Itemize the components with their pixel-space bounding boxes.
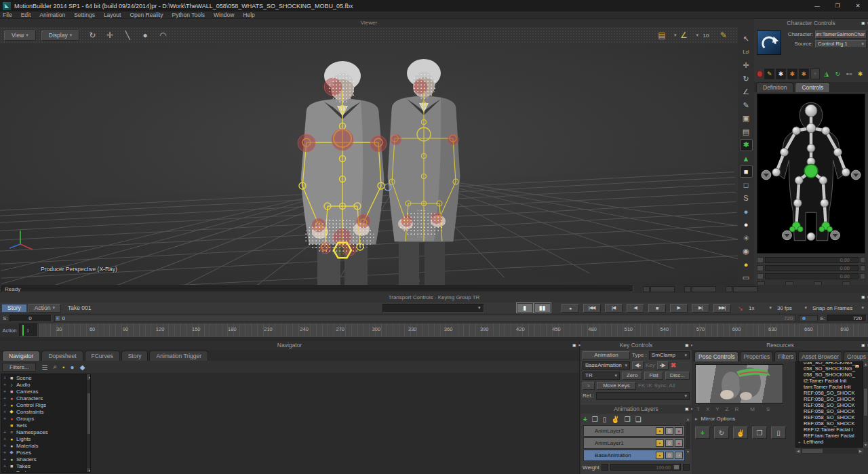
pose-item[interactable]: □REF:058_SO_SHOCK: [796, 402, 863, 408]
menu-animation[interactable]: Animation: [39, 12, 65, 18]
local-global-toggle[interactable]: Lcl: [740, 46, 753, 59]
toggle-scale[interactable]: S: [766, 406, 770, 412]
menu-file[interactable]: File: [3, 12, 12, 18]
expand-icon[interactable]: +: [3, 389, 8, 394]
pose-item[interactable]: □REF:058_SO_SHOCK: [796, 390, 863, 396]
expand-icon[interactable]: ▸: [695, 416, 698, 422]
ik-toggle[interactable]: IK: [647, 382, 652, 389]
frame-counter-icon[interactable]: 10: [698, 29, 713, 41]
pose-item[interactable]: □tam:Tamer Facial Init: [796, 384, 863, 390]
toggle-x[interactable]: X: [706, 406, 709, 412]
timeline-slider[interactable]: 0 720: [54, 315, 797, 322]
lock-filter-icon[interactable]: ▪: [62, 363, 65, 371]
mute-toggle[interactable]: ●: [675, 439, 683, 447]
filter-list-icon[interactable]: ☰: [41, 363, 47, 371]
expand-icon[interactable]: +: [3, 457, 8, 462]
timeline-zoom-slider[interactable]: [799, 315, 818, 321]
annotate-pencil-icon[interactable]: ✎: [716, 29, 731, 41]
render-icon[interactable]: ▤: [740, 125, 753, 138]
tab-story[interactable]: Story: [121, 351, 149, 361]
layer-row-animlayer1[interactable]: AnimLayer1 ▪ 0 ●: [583, 437, 685, 449]
camera-icon[interactable]: ▣: [740, 112, 753, 125]
character-rep-icon[interactable]: ✱: [855, 68, 865, 79]
expand-icon[interactable]: +: [3, 410, 8, 414]
expand-icon[interactable]: +: [3, 376, 8, 380]
tree-item-control-rigs[interactable]: +●Control Rigs: [2, 401, 90, 408]
sphere-blue-icon[interactable]: ●: [740, 205, 753, 218]
filters-button[interactable]: Filters...: [2, 363, 36, 372]
reach-spinner-2[interactable]: [860, 265, 865, 271]
expand-icon[interactable]: +: [3, 471, 8, 473]
copy-layer-button[interactable]: ❐: [625, 416, 631, 423]
toggle-rotate[interactable]: R: [734, 406, 738, 412]
keying-group-dropdown[interactable]: BaseAnimation▾: [583, 361, 630, 370]
find-icon[interactable]: ⌕: [53, 363, 57, 371]
tab-controls[interactable]: Controls: [795, 82, 830, 92]
fps-select[interactable]: 30 fps▾: [774, 304, 810, 313]
link-icon[interactable]: ⊷: [844, 68, 854, 79]
playback-speed-select[interactable]: 1x▾: [746, 304, 774, 313]
menu-layout[interactable]: Layout: [104, 12, 121, 18]
scroll-thumb[interactable]: [802, 449, 823, 453]
pin-icon[interactable]: ▣: [685, 405, 689, 414]
cube-wire-icon[interactable]: □: [740, 178, 753, 191]
scroll-thumb[interactable]: [87, 393, 91, 434]
pose-item[interactable]: □REF:058_SO_SHOCK: [796, 420, 863, 427]
reach-toggle-2[interactable]: [757, 265, 764, 271]
reference-select[interactable]: ▾: [596, 392, 690, 400]
refresh-pose-button[interactable]: ↻: [714, 427, 729, 439]
tab-properties[interactable]: Properties: [740, 351, 773, 361]
pose-list-hscrollbar[interactable]: ◀ ▶: [795, 448, 863, 454]
scroll-up-icon[interactable]: ▲: [686, 416, 690, 422]
create-pose-button[interactable]: +: [695, 427, 710, 439]
toggle-z[interactable]: Z: [726, 406, 729, 412]
tab-filters[interactable]: Filters: [774, 351, 797, 361]
animation-mode-button[interactable]: Animation: [583, 351, 630, 359]
reach-slider-3[interactable]: 0.00: [765, 273, 859, 279]
tree-item-materials[interactable]: +●Materials: [2, 442, 90, 449]
hand-tool-button[interactable]: ✌: [611, 416, 619, 423]
step-forward-button[interactable]: ▶|: [692, 304, 709, 313]
scroll-up-icon[interactable]: ▲: [87, 374, 91, 380]
keying-group-select[interactable]: ▾: [382, 304, 484, 313]
weight-spinner[interactable]: [683, 464, 690, 471]
orbit-tool-icon[interactable]: ↻: [85, 29, 100, 41]
tree-item-groups[interactable]: +●Groups: [2, 415, 90, 422]
playhead-handle[interactable]: [56, 317, 58, 319]
tree-item-lights[interactable]: +●Lights: [2, 435, 90, 442]
snap-mode-select[interactable]: Snap on Frames▾: [810, 304, 867, 313]
pose-item[interactable]: □058_SO_SHOCKING_: [796, 366, 863, 372]
reach-slider-1[interactable]: 0.00: [765, 257, 859, 263]
ghost-toggle[interactable]: 0: [665, 439, 673, 447]
current-frame-cell[interactable]: 1: [19, 323, 38, 337]
lock-icon[interactable]: ▪: [656, 427, 664, 435]
play-button[interactable]: ▶: [670, 304, 688, 313]
layer-row-animlayer3[interactable]: AnimLayer3 ▪ 0 ●: [583, 425, 685, 437]
scale-tool-icon[interactable]: ∠: [740, 85, 753, 98]
go-to-start-button[interactable]: |◀◀: [583, 304, 601, 313]
tree-item-shaders[interactable]: +●Shaders: [2, 456, 90, 462]
scroll-down-icon[interactable]: ▼: [686, 449, 690, 454]
split-view-toggle[interactable]: ▮▮: [534, 303, 551, 313]
marker-icon[interactable]: ✳: [740, 232, 753, 245]
pin-icon[interactable]: ▣: [685, 341, 689, 350]
asset-drop-icon[interactable]: ▲: [740, 152, 753, 165]
pin-icon[interactable]: ▣: [861, 293, 865, 302]
reset-pose-icon[interactable]: ↻: [833, 68, 843, 79]
cube-solid-icon[interactable]: ■: [740, 165, 753, 178]
expand-icon[interactable]: +: [3, 382, 8, 387]
tree-item-poses[interactable]: +◆Poses: [2, 449, 90, 456]
zero-button[interactable]: Zero: [622, 372, 642, 380]
add-keyframe-icon[interactable]: +: [810, 68, 821, 79]
timeline-ruler[interactable]: 306090 120150180 210240270 300330360 390…: [38, 323, 868, 337]
menu-window[interactable]: Window: [214, 12, 234, 18]
reach-slider-2[interactable]: 0.00: [765, 265, 859, 271]
expand-icon[interactable]: +: [3, 443, 8, 448]
menu-open-reality[interactable]: Open Reality: [130, 12, 163, 18]
sphere-white-icon[interactable]: ●: [740, 218, 753, 231]
tr-filter-select[interactable]: TR▾: [583, 372, 620, 380]
copy-pose-button[interactable]: ❐: [752, 427, 767, 439]
expand-icon[interactable]: +: [3, 430, 8, 435]
keys-toggle-icon[interactable]: ≈: [583, 382, 595, 390]
tree-item-audio[interactable]: +♪Audio: [2, 381, 90, 388]
